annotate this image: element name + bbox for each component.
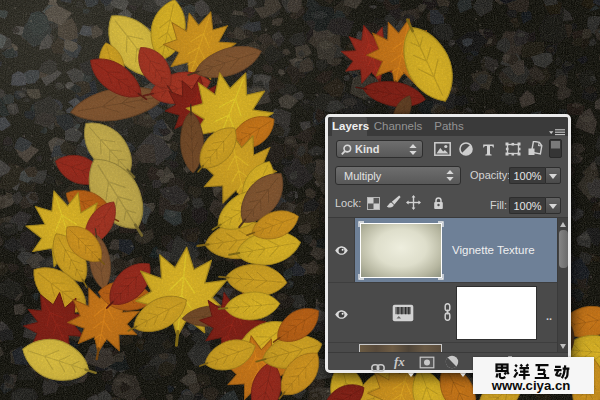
svg-text:www.ciya.cn: www.ciya.cn bbox=[491, 378, 571, 393]
